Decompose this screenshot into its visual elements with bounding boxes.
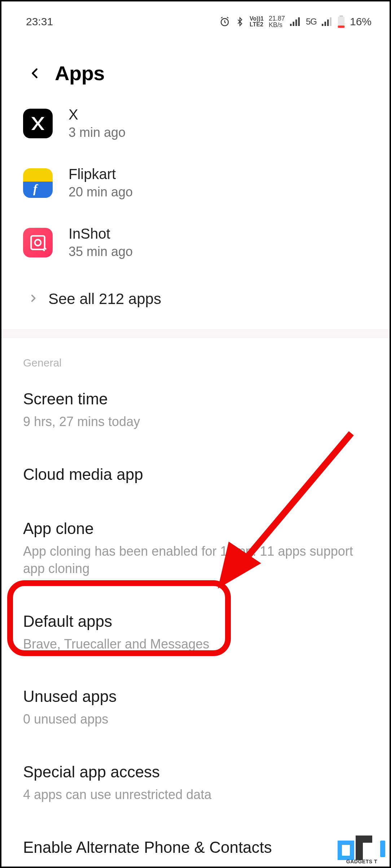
svg-rect-4 bbox=[298, 17, 300, 26]
watermark: GADGETS T bbox=[338, 832, 385, 864]
setting-enable-alternate-phone[interactable]: Enable Alternate Phone & Contacts bbox=[1, 821, 390, 867]
setting-app-clone[interactable]: App clone App cloning has been enabled f… bbox=[1, 502, 390, 595]
svg-rect-3 bbox=[295, 19, 297, 26]
svg-rect-12 bbox=[31, 236, 45, 249]
setting-title: Special app access bbox=[23, 763, 368, 781]
bluetooth-icon bbox=[235, 16, 245, 27]
section-divider bbox=[1, 329, 390, 338]
svg-rect-7 bbox=[327, 19, 329, 26]
setting-special-app-access[interactable]: Special app access 4 apps can use unrest… bbox=[1, 746, 390, 821]
recent-app-flipkart[interactable]: Flipkart 20 min ago bbox=[23, 158, 368, 218]
svg-rect-9 bbox=[339, 16, 343, 17]
signal-icon-1 bbox=[290, 17, 301, 26]
svg-rect-6 bbox=[324, 22, 326, 26]
network-speed: 21.87 KB/s bbox=[269, 15, 285, 28]
app-name: Flipkart bbox=[69, 166, 133, 182]
svg-marker-18 bbox=[356, 836, 372, 860]
status-indicators: Vo))1 LTE2 21.87 KB/s 5G 16% bbox=[219, 15, 372, 28]
recent-app-inshot[interactable]: InShot 35 min ago bbox=[23, 218, 368, 277]
setting-subtitle: App cloning has been enabled for 1 app. … bbox=[23, 543, 368, 578]
setting-title: Cloud media app bbox=[23, 465, 368, 483]
setting-default-apps[interactable]: Default apps Brave, Truecaller and Messa… bbox=[1, 595, 390, 670]
flipkart-app-icon bbox=[23, 168, 53, 198]
svg-point-13 bbox=[35, 239, 41, 246]
app-name: X bbox=[69, 107, 126, 123]
back-button[interactable] bbox=[27, 66, 42, 81]
svg-rect-17 bbox=[342, 845, 350, 856]
setting-title: App clone bbox=[23, 520, 368, 538]
recent-apps-list: X 3 min ago Flipkart 20 min ago InShot 3… bbox=[1, 107, 390, 329]
inshot-app-icon bbox=[23, 228, 53, 257]
app-subtitle: 3 min ago bbox=[69, 125, 126, 140]
alarm-icon bbox=[219, 16, 230, 27]
see-all-label: See all 212 apps bbox=[48, 290, 161, 308]
setting-unused-apps[interactable]: Unused apps 0 unused apps bbox=[1, 670, 390, 746]
network-type: 5G bbox=[306, 17, 317, 27]
status-time: 23:31 bbox=[26, 16, 53, 28]
svg-rect-11 bbox=[338, 26, 345, 28]
x-app-icon bbox=[23, 109, 53, 138]
svg-rect-2 bbox=[293, 22, 294, 26]
setting-title: Enable Alternate Phone & Contacts bbox=[23, 838, 368, 856]
setting-cloud-media-app[interactable]: Cloud media app bbox=[1, 448, 390, 502]
svg-rect-5 bbox=[322, 24, 324, 26]
volte-indicator: Vo))1 LTE2 bbox=[250, 16, 264, 27]
battery-percent: 16% bbox=[350, 16, 372, 28]
svg-rect-1 bbox=[290, 24, 292, 26]
app-name: InShot bbox=[69, 226, 133, 242]
setting-subtitle: Brave, Truecaller and Messages bbox=[23, 635, 368, 653]
signal-icon-2 bbox=[322, 17, 333, 26]
setting-title: Default apps bbox=[23, 612, 368, 630]
chevron-right-icon bbox=[28, 292, 38, 306]
app-subtitle: 35 min ago bbox=[69, 244, 133, 259]
setting-subtitle: 0 unused apps bbox=[23, 711, 368, 728]
watermark-text: GADGETS T bbox=[346, 859, 377, 864]
recent-app-x[interactable]: X 3 min ago bbox=[23, 107, 368, 158]
page-header: Apps bbox=[1, 35, 390, 107]
section-header-general: General bbox=[1, 338, 390, 373]
watermark-accent-icon bbox=[380, 841, 385, 857]
setting-subtitle: 9 hrs, 27 mins today bbox=[23, 413, 368, 431]
setting-title: Unused apps bbox=[23, 687, 368, 706]
setting-screen-time[interactable]: Screen time 9 hrs, 27 mins today bbox=[1, 373, 390, 448]
see-all-apps[interactable]: See all 212 apps bbox=[23, 277, 368, 329]
battery-icon bbox=[338, 16, 345, 28]
page-title: Apps bbox=[55, 61, 105, 85]
status-bar: 23:31 Vo))1 LTE2 21.87 KB/s 5G 16% bbox=[1, 1, 390, 35]
app-subtitle: 20 min ago bbox=[69, 185, 133, 200]
setting-subtitle: 4 apps can use unrestricted data bbox=[23, 786, 368, 804]
svg-rect-8 bbox=[330, 17, 331, 26]
setting-title: Screen time bbox=[23, 390, 368, 408]
